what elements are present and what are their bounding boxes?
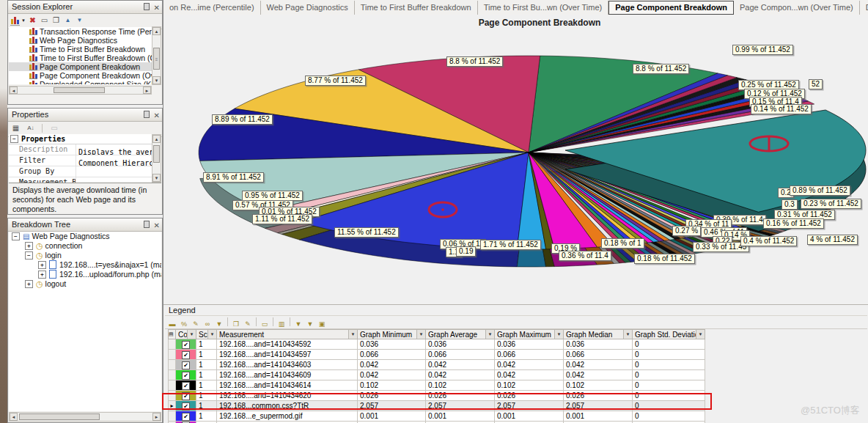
tab-time-to-first-buffer-breakdown[interactable]: Time to First Buffer Breakdown <box>355 1 478 15</box>
tree-node-192-168-t-yes-inajax-1-main-url[interactable]: +192.168....t=yes&inajax=1 (main URL) <box>9 260 161 270</box>
column-header-sca[interactable]: Sca▼ <box>196 330 217 339</box>
edit-scale-icon[interactable]: ✎ <box>190 319 202 329</box>
legend-row[interactable]: ✔1192.168....and=14104346090.0420.0420.0… <box>169 370 705 380</box>
legend-row[interactable]: ✔1192.168....and=14104346030.0420.0420.0… <box>169 360 705 370</box>
configure-measurement-icon[interactable]: % <box>178 319 190 329</box>
column-filter-dropdown[interactable]: ▼ <box>696 330 705 339</box>
export-legend-icon[interactable]: ▣ <box>316 319 328 329</box>
column-header-graph-minimum[interactable]: Graph Minimum▼ <box>358 330 426 339</box>
show-measurement-checkbox[interactable]: ✔ <box>182 341 190 349</box>
pie-slice-label: 11.55 % of 11.452 <box>334 227 399 238</box>
tree-node-login[interactable]: −◷login <box>9 251 161 260</box>
column-header-graph-median[interactable]: Graph Median▼ <box>564 330 633 339</box>
breakdown-hscrollbar[interactable]: ◄ ► <box>9 412 161 422</box>
property-row-description[interactable]: DescriptionDisplays the average <box>9 144 152 155</box>
graph-item-time-to-first-buffer-breakdown[interactable]: Time to First Buffer Breakdown <box>9 45 152 54</box>
apply-filter-icon[interactable]: ▼ <box>293 319 304 329</box>
paste-graph-icon[interactable]: ✎ <box>242 319 254 329</box>
move-up-icon[interactable]: ▲ <box>62 15 73 26</box>
tree-node-192-16-upload-forum-php-main-url[interactable]: +192.16...upload/forum.php (main URL) <box>9 270 161 279</box>
column-filter-dropdown[interactable]: ▼ <box>623 330 632 339</box>
column-header-graph-maximum[interactable]: Graph Maximum▼ <box>495 330 564 339</box>
expand-icon[interactable]: + <box>25 242 33 250</box>
show-measurement-checkbox[interactable]: ✔ <box>182 361 190 369</box>
collapse-icon[interactable]: − <box>25 251 33 260</box>
tree-node-connection[interactable]: +◷connection <box>9 241 161 251</box>
graph-item-page-component-breakdown[interactable]: Page Component Breakdown <box>9 62 152 71</box>
close-icon[interactable]: ✕ <box>154 221 160 229</box>
collapse-icon[interactable]: − <box>12 232 20 240</box>
column-filter-dropdown[interactable]: ▼ <box>554 330 563 339</box>
tab-page-component-breakdown[interactable]: Page Component Breakdown <box>608 1 734 15</box>
column-header-graph-std-deviation[interactable]: Graph Std. Deviation▼ <box>633 330 705 339</box>
graph-item-transaction-response-time-percen[interactable]: Transaction Response Time (Percent <box>9 27 152 36</box>
graph-item-time-to-first-buffer-breakdown-o[interactable]: Time to First Buffer Breakdown (Ove <box>9 54 152 62</box>
properties-titlebar: Properties ✕ <box>8 108 162 122</box>
graph-item-web-page-diagnostics[interactable]: Web Page Diagnostics <box>9 36 152 45</box>
legend-row[interactable]: ✔1192.168....and=14104345920.0360.0360.0… <box>169 339 705 350</box>
show-hide-measurement-icon[interactable]: ▬ <box>166 319 178 329</box>
close-icon[interactable]: ✕ <box>154 111 160 119</box>
tab-on-re-ime-percentile[interactable]: on Re...ime (Percentile) <box>163 1 261 15</box>
property-row-measurement-breakd[interactable]: Measurement BreakD <box>9 177 152 183</box>
delete-graph-icon[interactable]: ✖ <box>27 15 38 26</box>
property-name: Filter <box>9 155 76 166</box>
move-down-icon[interactable]: ▼ <box>74 15 85 26</box>
collapse-icon[interactable]: − <box>10 135 18 143</box>
properties-vscrollbar[interactable]: ▲ ▼ <box>152 134 161 183</box>
property-row-group-by[interactable]: Group By <box>9 166 152 177</box>
pie-slice-label: 4 % of 11.452 <box>807 235 858 245</box>
session-vscrollbar[interactable]: ▲ ≡ ▼ <box>152 26 161 85</box>
tree-node-label: login <box>45 251 62 260</box>
tree-node-logout[interactable]: +◷logout <box>9 279 161 289</box>
remove-filter-icon[interactable]: ▼ <box>304 319 316 329</box>
pin-icon[interactable] <box>144 111 150 118</box>
tab-time-to-first-bu-wn-over-time[interactable]: Time to First Bu...wn (Over Time) <box>478 1 609 15</box>
pin-icon[interactable] <box>144 221 150 228</box>
property-row-filter[interactable]: FilterComponent Hierarchic <box>9 155 152 166</box>
expand-icon[interactable]: + <box>38 271 46 279</box>
column-filter-dropdown[interactable]: ▼ <box>207 330 216 339</box>
column-header-col[interactable]: Col▼ <box>176 330 196 339</box>
property-group-header[interactable]: −Properties <box>9 134 152 144</box>
tab-page-compon-wn-over-time[interactable]: Page Compon...wn (Over Time) <box>734 1 860 15</box>
add-graph-icon[interactable] <box>10 16 20 26</box>
column-header-measurement[interactable]: Measurement▼ <box>217 330 358 339</box>
configure-columns-icon[interactable]: ▥ <box>276 319 287 329</box>
show-measurement-checkbox[interactable]: ✔ <box>182 351 190 359</box>
column-filter-dropdown[interactable]: ▼ <box>187 330 196 339</box>
expand-icon[interactable]: + <box>38 261 46 269</box>
column-filter-dropdown[interactable]: ▼ <box>348 330 357 339</box>
copy-icon[interactable]: ❐ <box>51 15 62 26</box>
copy-graph-icon[interactable]: ❐ <box>230 319 242 329</box>
dropdown-icon[interactable]: ▼ <box>21 15 26 26</box>
column-filter-dropdown[interactable]: ▼ <box>485 330 494 339</box>
tab-downloaded-c-nent-size[interactable]: Downloaded C...nent Size <box>860 1 868 15</box>
view-raw-data-icon[interactable]: ∞ <box>202 319 213 329</box>
show-measurement-checkbox[interactable]: ✔ <box>182 413 190 421</box>
categorized-view-icon[interactable]: ▦ <box>10 123 21 133</box>
legend-row[interactable]: ✔1192.168....and=14104345970.0660.0660.0… <box>169 350 705 360</box>
sort-alphabetical-icon[interactable]: A↓ <box>25 123 36 133</box>
rename-icon[interactable]: ▭ <box>39 15 50 26</box>
auto-scale-icon[interactable]: ▭ <box>259 319 271 329</box>
graph-item-page-component-breakdown-over[interactable]: Page Component Breakdown (Over <box>9 71 152 80</box>
session-hscrollbar[interactable]: ◄ ► <box>9 86 152 95</box>
show-measurement-checkbox[interactable]: ✔ <box>182 382 190 390</box>
tab-web-page-diagnostics[interactable]: Web Page Diagnostics <box>261 1 355 15</box>
column-filter-dropdown[interactable]: ▼ <box>416 330 425 339</box>
breakdown-tree-title: Breakdown Tree <box>12 220 70 229</box>
tree-node-web-page-diagnostics[interactable]: −▤Web Page Diagnostics <box>9 232 161 241</box>
filter-check-icon[interactable]: ▼ <box>213 319 225 329</box>
legend-row[interactable]: ✔1192.168....and=14104346140.1020.1020.1… <box>169 380 705 391</box>
graph-item-downloaded-component-size-kb[interactable]: Downloaded Component Size (KB) <box>9 80 152 84</box>
column-header-graph-average[interactable]: Graph Average▼ <box>426 330 495 339</box>
close-icon[interactable]: ✕ <box>154 4 160 12</box>
show-measurement-checkbox[interactable]: ✔ <box>182 372 190 380</box>
graph-item-label: Time to First Buffer Breakdown (Ove <box>40 54 152 62</box>
pie-chart[interactable] <box>163 15 868 304</box>
legend-header-row: ▤Col▼Sca▼Measurement▼Graph Minimum▼Graph… <box>169 330 705 339</box>
pin-icon[interactable] <box>144 3 150 10</box>
legend-row[interactable]: ✔1192.168...e_supermod.gif0.0010.0010.00… <box>169 411 705 422</box>
expand-icon[interactable]: + <box>25 280 33 288</box>
